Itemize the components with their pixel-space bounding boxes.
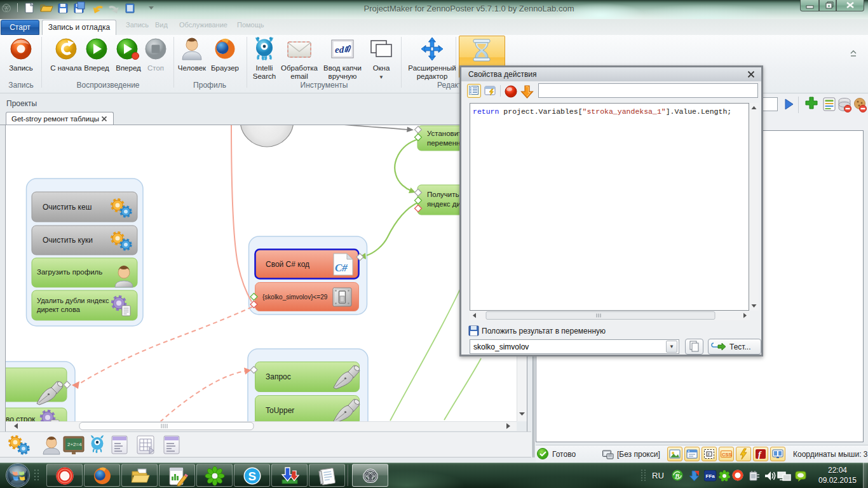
svg-text:CSS: CSS (722, 452, 731, 458)
svg-text:Запрос: Запрос (266, 372, 291, 381)
svg-text:Свой C# код: Свой C# код (266, 260, 309, 269)
svg-text:S: S (248, 470, 257, 483)
svg-text:ed: ed (335, 44, 344, 55)
svg-text:{skolko_simvolov}<=29: {skolko_simvolov}<=29 (262, 294, 328, 301)
svg-text:Очистить куки: Очистить куки (43, 236, 93, 245)
svg-text:FFa: FFa (706, 473, 715, 479)
svg-text:ToUpper: ToUpper (266, 406, 294, 415)
svg-text:Очистить кеш: Очистить кеш (43, 203, 92, 212)
svg-text:директ слова: директ слова (37, 306, 81, 313)
svg-text:2+2=4: 2+2=4 (67, 442, 82, 447)
svg-text:Удалить дубли яндекс: Удалить дубли яндекс (37, 297, 109, 304)
svg-text:F: F (708, 452, 710, 457)
svg-text:Загрузить профиль: Загрузить профиль (37, 268, 102, 276)
svg-text:C#: C# (335, 262, 348, 274)
svg-text:во строк: во строк (6, 415, 36, 421)
svg-text:R: R (675, 473, 680, 479)
